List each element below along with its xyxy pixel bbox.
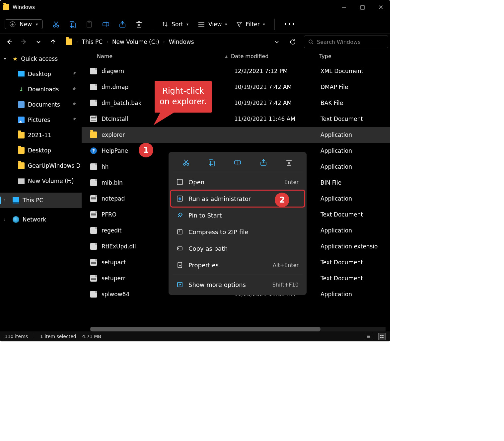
column-headers: Name▲ Date modified Type xyxy=(82,50,390,63)
file-row[interactable]: dm_batch.bak 10/19/2021 7:42 AM BAK File xyxy=(82,95,390,111)
address-bar[interactable]: › This PC › New Volume (C:) › Windows xyxy=(63,36,301,48)
svg-line-9 xyxy=(55,22,58,25)
ctx-compress-zip[interactable]: Compress to ZIP file xyxy=(171,223,305,240)
sidebar-item-gearupwindows-d[interactable]: GearUpWindows D xyxy=(0,158,82,173)
view-button[interactable]: View▾ xyxy=(196,18,228,31)
svg-rect-37 xyxy=(287,161,291,165)
context-menu: OpenEnter Run as administrator Pin to St… xyxy=(169,152,307,295)
svg-rect-53 xyxy=(380,335,382,336)
chevron-right-icon: › xyxy=(4,198,9,203)
sidebar-this-pc[interactable]: › This PC xyxy=(0,193,82,208)
sidebar-item-new-volume-f-[interactable]: New Volume (F:) xyxy=(0,173,82,189)
chevron-down-icon: ▾ xyxy=(263,22,265,27)
new-button[interactable]: New ▾ xyxy=(5,19,43,29)
sidebar-item-desktop[interactable]: Desktop xyxy=(0,66,82,82)
column-type[interactable]: Type xyxy=(314,53,390,59)
annotation-callout: Right-click on explorer. xyxy=(155,81,212,113)
filter-button[interactable]: Filter▾ xyxy=(235,18,266,31)
file-row[interactable]: DtcInstall 11/20/2021 11:46 AM Text Docu… xyxy=(82,111,390,127)
close-button[interactable] xyxy=(372,0,390,15)
details-view-toggle[interactable] xyxy=(365,333,372,340)
svg-rect-55 xyxy=(380,337,382,338)
ctx-copy-button[interactable] xyxy=(205,156,218,169)
svg-line-31 xyxy=(184,160,187,163)
file-type: XML Document xyxy=(321,68,363,74)
svg-line-30 xyxy=(185,160,188,163)
copy-button[interactable] xyxy=(68,18,78,31)
column-date[interactable]: Date modified xyxy=(228,53,314,59)
sidebar-item-pictures[interactable]: Pictures xyxy=(0,112,82,128)
share-button[interactable] xyxy=(117,18,127,31)
cut-button[interactable] xyxy=(51,18,61,31)
ctx-share-button[interactable] xyxy=(257,156,270,169)
file-type: Text Document xyxy=(321,211,363,218)
folder-icon xyxy=(66,39,72,45)
pin-icon xyxy=(72,101,77,108)
sidebar-network[interactable]: › Network xyxy=(0,212,82,227)
file-date: 12/2/2021 7:12 PM xyxy=(234,68,321,74)
back-button[interactable] xyxy=(2,35,17,49)
ctx-pin-to-start[interactable]: Pin to Start xyxy=(171,207,305,223)
sidebar: ▾ ★ Quick access Desktop Downloads Docum… xyxy=(0,50,82,331)
sidebar-item-documents[interactable]: Documents xyxy=(0,97,82,112)
up-button[interactable] xyxy=(46,35,60,49)
window-folder-icon xyxy=(3,4,9,10)
file-type: Application extensio xyxy=(321,243,378,250)
file-type: Application xyxy=(321,195,352,202)
ctx-rename-button[interactable] xyxy=(231,156,244,169)
star-icon: ★ xyxy=(13,55,18,62)
ctx-properties[interactable]: PropertiesAlt+Enter xyxy=(171,257,305,273)
address-dropdown[interactable] xyxy=(271,39,283,44)
sidebar-item-2021-11[interactable]: 2021-11 xyxy=(0,128,82,143)
search-placeholder: Search Windows xyxy=(317,39,360,45)
more-button[interactable]: ••• xyxy=(283,18,297,31)
breadcrumb[interactable]: This PC xyxy=(82,39,103,45)
paste-button[interactable] xyxy=(84,18,94,31)
sidebar-quick-access[interactable]: ▾ ★ Quick access xyxy=(0,51,82,66)
file-icon xyxy=(90,84,97,90)
ctx-open[interactable]: OpenEnter xyxy=(171,174,305,190)
ctx-show-more[interactable]: Show more optionsShift+F10 xyxy=(171,276,305,293)
recent-button[interactable] xyxy=(31,35,46,49)
minimize-button[interactable] xyxy=(334,0,353,15)
pin-icon xyxy=(72,117,77,123)
doc-icon xyxy=(18,101,25,108)
file-type: Application xyxy=(321,291,352,298)
horizontal-scrollbar[interactable] xyxy=(90,327,386,331)
file-type: Text Document xyxy=(321,116,363,122)
chevron-right-icon: › xyxy=(76,40,78,44)
breadcrumb[interactable]: New Volume (C:) xyxy=(112,39,159,45)
properties-icon xyxy=(177,262,183,268)
refresh-button[interactable] xyxy=(287,39,299,45)
forward-button[interactable] xyxy=(17,35,31,49)
file-type: Application xyxy=(321,132,352,138)
maximize-button[interactable] xyxy=(353,0,372,15)
sidebar-item-label: New Volume (F:) xyxy=(28,178,74,184)
sort-button[interactable]: Sort▾ xyxy=(160,18,190,31)
file-row[interactable]: explorer Application xyxy=(82,127,390,143)
ctx-copy-path[interactable]: Copy as path xyxy=(171,240,305,257)
ctx-delete-button[interactable] xyxy=(282,156,296,169)
rename-button[interactable] xyxy=(101,18,111,31)
svg-rect-1 xyxy=(361,6,364,9)
sidebar-item-desktop[interactable]: Desktop xyxy=(0,143,82,158)
file-row[interactable]: dm.dmap 10/19/2021 7:42 AM DMAP File xyxy=(82,79,390,95)
file-icon xyxy=(90,68,97,74)
sidebar-item-downloads[interactable]: Downloads xyxy=(0,82,82,97)
column-name[interactable]: Name▲ xyxy=(82,53,228,59)
svg-rect-15 xyxy=(103,23,109,26)
ctx-cut-button[interactable] xyxy=(180,156,193,169)
breadcrumb[interactable]: Windows xyxy=(169,39,194,45)
svg-point-8 xyxy=(57,25,59,27)
search-input[interactable]: Search Windows xyxy=(304,36,388,48)
chevron-down-icon: ▾ xyxy=(186,22,188,27)
globe-icon xyxy=(13,216,19,223)
file-row[interactable]: diagwrn 12/2/2021 7:12 PM XML Document xyxy=(82,63,390,79)
zip-icon xyxy=(177,228,183,235)
delete-button[interactable] xyxy=(134,18,144,31)
svg-point-28 xyxy=(183,163,185,165)
explorer-window: Windows New ▾ Sort▾ View▾ Filter▾ xyxy=(0,0,390,341)
svg-rect-34 xyxy=(235,161,241,164)
sidebar-item-label: Desktop xyxy=(28,147,51,154)
thumbnails-view-toggle[interactable] xyxy=(378,333,386,340)
